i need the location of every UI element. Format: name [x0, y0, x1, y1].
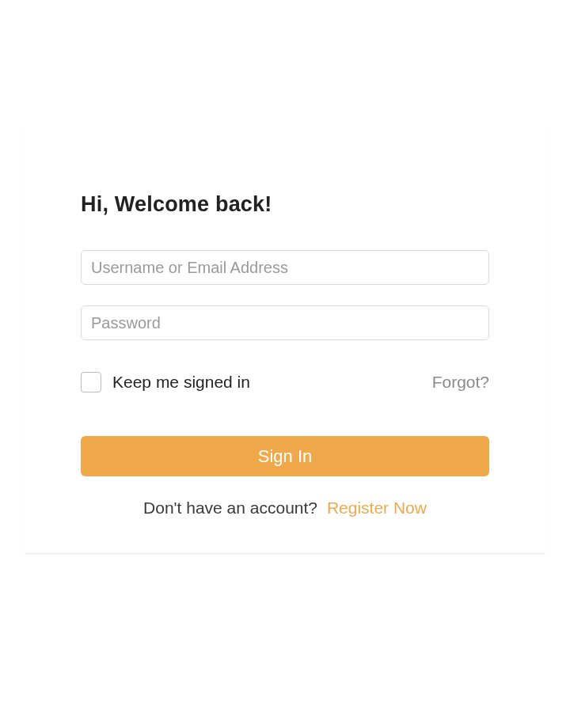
keep-signed-in-group[interactable]: Keep me signed in — [81, 372, 250, 392]
register-link[interactable]: Register Now — [327, 499, 427, 517]
keep-signed-in-label: Keep me signed in — [112, 373, 250, 392]
login-card: Hi, Welcome back! Keep me signed in Forg… — [25, 123, 545, 554]
forgot-link[interactable]: Forgot? — [432, 373, 489, 392]
register-prompt: Don't have an account? — [143, 499, 317, 517]
password-input[interactable] — [81, 305, 489, 340]
register-row: Don't have an account? Register Now — [81, 499, 489, 518]
options-row: Keep me signed in Forgot? — [81, 372, 489, 392]
login-heading: Hi, Welcome back! — [81, 192, 489, 217]
username-input[interactable] — [81, 250, 489, 285]
keep-signed-in-checkbox[interactable] — [81, 372, 101, 392]
sign-in-button[interactable]: Sign In — [81, 436, 489, 476]
